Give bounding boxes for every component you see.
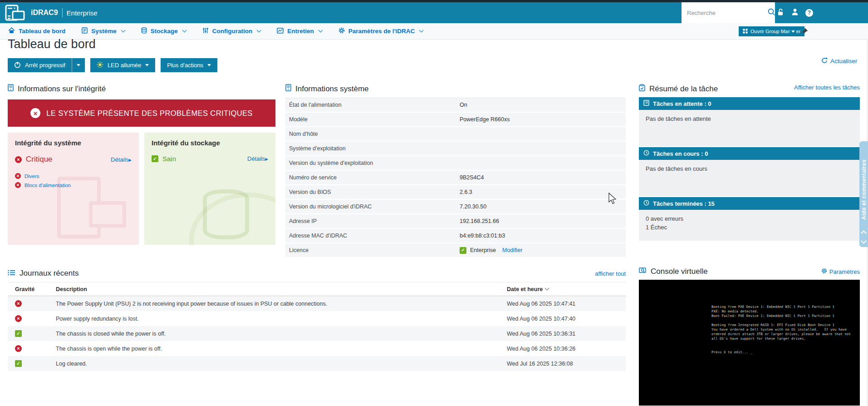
search-box[interactable] — [682, 2, 775, 23]
system-info-title: Informations système — [295, 84, 369, 94]
help-feedback-tab[interactable]: Aide et commentaires — [859, 141, 868, 238]
log-row[interactable]: The chassis is closed while the power is… — [8, 326, 626, 341]
job-summary-title: Résumé de la tâche — [649, 84, 718, 94]
console-settings-link[interactable]: Paramètres — [821, 268, 860, 275]
shutdown-dropdown-button[interactable] — [72, 58, 85, 72]
log-row[interactable]: The Power Supply Unit (PSU) 2 is not rec… — [8, 296, 626, 311]
gear-icon — [821, 268, 827, 275]
chevron-down-icon — [419, 28, 424, 33]
sun-icon — [97, 61, 103, 69]
info-row: ModèlePowerEdge R660xs — [285, 113, 626, 127]
critical-banner-text: LE SYSTÈME PRÉSENTE DES PROBLÈMES CRITIQ… — [46, 109, 253, 118]
info-row: Version du BIOS2.6.3 — [285, 185, 626, 200]
pin-icon[interactable] — [801, 27, 809, 36]
main-nav: Tableau de bord Système Stockage Configu… — [0, 23, 868, 40]
health-panel-header: Informations sur l'intégrité — [8, 84, 275, 94]
refresh-link[interactable]: Actualiser — [821, 57, 857, 65]
system-health-title: Intégrité du système — [15, 139, 132, 147]
critical-status-icon — [15, 156, 22, 163]
system-details-link[interactable]: Détails▶ — [111, 156, 132, 163]
storage-watermark — [203, 189, 249, 239]
system-info-panel: Informations système État de l'alimentat… — [285, 84, 626, 258]
jobs-pending-bar[interactable]: Tâches en attente : 0 — [639, 97, 860, 110]
group-manager-dropdown-button[interactable] — [790, 26, 796, 36]
chevron-down-icon — [257, 28, 261, 33]
info-row: Version du système d'exploitation — [285, 156, 626, 171]
severity-icon — [15, 360, 22, 367]
storage-icon — [141, 27, 147, 35]
scroll-down-icon[interactable] — [861, 238, 867, 244]
gear-icon — [338, 27, 345, 35]
nav-label: Entretien — [287, 28, 314, 35]
log-row[interactable]: Power supply redundancy is lost. Wed Aug… — [8, 311, 626, 326]
task-list-icon — [643, 100, 649, 107]
view-all-jobs-link[interactable]: Afficher toutes les tâches — [794, 84, 860, 91]
idrac-logo-icon — [5, 4, 25, 21]
recent-logs-header: Journaux récents — [8, 269, 78, 278]
jobs-pending-body: Pas de tâches en attente — [639, 110, 860, 147]
brand-divider — [62, 8, 63, 17]
help-icon[interactable]: ? — [805, 9, 813, 17]
system-health-status: Critique — [26, 155, 53, 164]
nav-item-maintenance[interactable]: Entretien — [277, 28, 322, 35]
jobs-completed-errors: 0 avec erreurs — [646, 215, 860, 222]
more-actions-label: Plus d'actions — [167, 62, 203, 69]
sort-chevron-icon — [545, 286, 549, 291]
console-screen[interactable]: Booting from PXE Device 1: Embedded NIC … — [639, 280, 860, 406]
license-value: Enterprise — [470, 247, 496, 253]
info-row: Adresse MAC d'iDRACb4:e9:b8:c3:01:b3 — [285, 229, 626, 243]
storage-health-status: Sain — [162, 155, 176, 163]
column-datetime[interactable]: Date et heure — [507, 286, 626, 292]
virtual-console-panel: Console virtuelle Paramètres Booting fro… — [639, 267, 860, 406]
search-input[interactable] — [686, 9, 768, 17]
recent-logs-panel: Journaux récents afficher tout Gravité D… — [8, 269, 626, 371]
ok-status-icon — [152, 155, 158, 162]
nav-label: Tableau de bord — [19, 28, 65, 35]
search-icon[interactable] — [768, 8, 775, 18]
jobs-running-bar[interactable]: Tâches en cours : 0 — [639, 147, 860, 160]
chevron-down-icon — [182, 28, 186, 33]
nav-label: Stockage — [151, 28, 178, 35]
caret-down-icon — [791, 30, 795, 33]
license-modify-link[interactable]: Modifier — [502, 247, 522, 253]
issue-link-power-supplies[interactable]: Blocs d'alimentation — [15, 182, 132, 188]
nav-item-dashboard[interactable]: Tableau de bord — [8, 27, 65, 35]
storage-health-card: Intégrité du stockage Sain Détails▶ — [144, 133, 275, 245]
triangle-right-icon: ▶ — [129, 158, 132, 162]
nav-item-storage[interactable]: Stockage — [141, 27, 186, 35]
nav-item-idrac-settings[interactable]: Paramètres de l'iDRAC — [338, 27, 423, 35]
logs-table: Gravité Description Date et heure The Po… — [8, 282, 626, 371]
system-icon — [82, 27, 88, 35]
scroll-up-icon[interactable] — [861, 230, 867, 236]
health-cards: Intégrité du système Critique Détails▶ D… — [8, 133, 275, 245]
list-icon — [8, 269, 15, 278]
circle-watermark — [189, 193, 275, 245]
maintenance-chart-icon — [277, 28, 284, 35]
severity-icon — [15, 315, 22, 322]
console-boot-text: Booting from PXE Device 1: Embedded NIC … — [711, 305, 851, 355]
nav-item-configuration[interactable]: Configuration — [202, 27, 260, 35]
virtual-console-title: Console virtuelle — [651, 267, 708, 276]
log-row[interactable]: Log cleared. Wed Jul 16 2025 12:36:08 — [8, 356, 626, 371]
info-row: Version du micrologiciel d'iDRAC7.20.30.… — [285, 200, 626, 214]
user-icon[interactable] — [791, 8, 799, 17]
clock-icon — [643, 200, 649, 207]
view-all-logs-link[interactable]: afficher tout — [595, 270, 626, 277]
unlock-icon[interactable] — [777, 8, 785, 18]
severity-icon — [15, 300, 22, 307]
console-monitor-icon — [639, 267, 647, 276]
server-watermark-detail — [89, 201, 126, 228]
jobs-completed-bar[interactable]: Tâches terminées : 15 — [639, 197, 860, 210]
storage-details-link[interactable]: Détails▶ — [247, 155, 268, 162]
led-button[interactable]: LED allumée — [90, 58, 155, 72]
nav-item-system[interactable]: Système — [82, 27, 125, 35]
jobs-running-body: Pas de tâches en cours — [639, 160, 860, 197]
clipboard-check-icon — [639, 84, 645, 94]
more-actions-button[interactable]: Plus d'actions — [161, 58, 217, 72]
toolbar: Arrêt progressif LED allumée Plus d'acti… — [8, 58, 217, 72]
graceful-shutdown-button[interactable]: Arrêt progressif — [8, 58, 72, 72]
issue-link-divers[interactable]: Divers — [15, 173, 132, 179]
log-row[interactable]: The chassis is open while the power is o… — [8, 341, 626, 356]
jobs-running-header: Tâches en cours : 0 — [653, 150, 708, 157]
critical-status-icon — [15, 182, 21, 188]
